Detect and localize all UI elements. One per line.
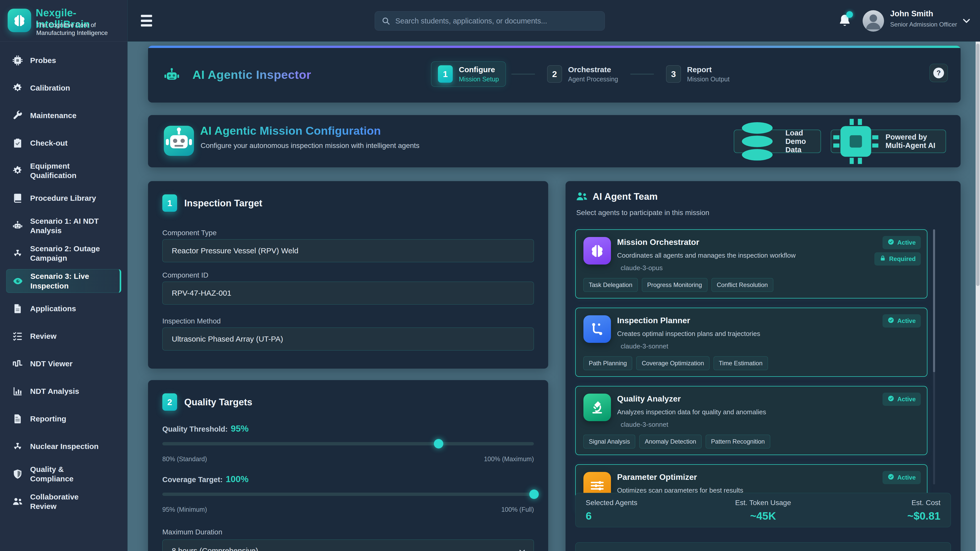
checklist-icon	[12, 331, 23, 341]
slider-label: Coverage Target:	[162, 475, 223, 484]
step-sublabel: Mission Setup	[459, 76, 499, 83]
user-name: John Smith	[890, 9, 933, 18]
shield-icon	[12, 468, 23, 479]
powered-by-button[interactable]: Powered by Multi-Agent AI	[831, 130, 946, 153]
avatar[interactable]	[862, 10, 884, 32]
agent-name: Quality Analyzer	[617, 394, 919, 403]
stat-selected-agents: Selected Agents 6	[586, 499, 704, 521]
agent-card-quality-analyzer[interactable]: Quality Analyzer Active Analyzes inspect…	[575, 386, 928, 455]
chevron-right-icon	[108, 443, 115, 450]
capability-tag-coverage-optimization: Coverage Optimization	[636, 356, 709, 370]
page-scrollbar[interactable]	[976, 41, 980, 551]
robot-tile-icon	[164, 126, 194, 156]
radiation-icon	[12, 248, 23, 259]
wizard-step-configure[interactable]: 1 Configure Mission Setup	[431, 62, 506, 87]
notifications-button[interactable]	[838, 13, 852, 29]
team-icon	[576, 190, 588, 203]
wizard-step-report[interactable]: 3 Report Mission Output	[659, 62, 736, 86]
mission-subtitle: Configure your autonomous inspection mis…	[200, 141, 420, 150]
wizard-step-orchestrate[interactable]: 2 Orchestrate Agent Processing	[541, 62, 625, 86]
sidebar-item-review[interactable]: Review	[6, 324, 121, 348]
help-button[interactable]: ?	[929, 64, 948, 82]
robot-icon	[12, 221, 23, 231]
stat-est-cost: Est. Cost ~$0.81	[822, 499, 940, 521]
inspection-method-select[interactable]: Ultrasonic Phased Array (UT-PA)	[162, 327, 534, 351]
sidebar-item-check-out[interactable]: Check-out	[6, 131, 121, 155]
stat-value: ~$0.81	[822, 510, 940, 522]
mission-title: AI Agentic Mission Configuration	[200, 124, 381, 138]
coverage-target-slider[interactable]	[162, 492, 534, 496]
component-id-input[interactable]	[162, 282, 534, 305]
agent-card-mission-orchestrator[interactable]: Mission Orchestrator ActiveRequired Coor…	[575, 229, 928, 299]
powered-by-label: Powered by Multi-Agent AI	[886, 133, 945, 150]
sidebar-item-collaborative-review[interactable]: Collaborative Review	[6, 490, 121, 513]
top-header: John Smith Senior Admission Officer	[127, 0, 980, 41]
search-input[interactable]	[395, 17, 598, 25]
duration-label: Maximum Duration	[162, 528, 222, 536]
agent-name: Inspection Planner	[617, 315, 919, 325]
stat-label: Est. Cost	[822, 499, 940, 507]
page-scrollbar-thumb[interactable]	[976, 44, 980, 286]
quality-threshold-slider[interactable]	[162, 442, 534, 445]
active-badge: Active	[883, 471, 921, 484]
sidebar-item-scenario-3-live-inspection[interactable]: Scenario 3: Live Inspection	[6, 269, 121, 293]
slider-thumb[interactable]	[529, 489, 539, 499]
next-section-partial	[575, 542, 951, 551]
chip-icon	[831, 117, 880, 166]
stat-value: ~45K	[704, 510, 822, 522]
chevron-down-icon	[518, 335, 526, 343]
active-badge: Active	[883, 392, 921, 406]
mission-stats: Selected Agents 6 Est. Token Usage ~45K …	[575, 493, 951, 527]
chevron-right-icon	[108, 388, 115, 395]
sidebar-item-scenario-1-ai-ndt-analysis[interactable]: Scenario 1: AI NDT Analysis	[6, 214, 121, 238]
sidebar-item-equipment-qualification[interactable]: Equipment Qualification	[6, 159, 121, 183]
sidebar-item-scenario-2-outage-campaign[interactable]: Scenario 2: Outage Campaign	[6, 241, 121, 265]
chevron-down-icon[interactable]	[962, 16, 971, 25]
gear-icon	[12, 165, 23, 176]
sidebar-item-ndt-viewer[interactable]: NDT Viewer	[6, 352, 121, 375]
sidebar-item-ndt-analysis[interactable]: NDT Analysis	[6, 380, 121, 403]
component-type-select[interactable]: Reactor Pressure Vessel (RPV) Weld	[162, 239, 534, 262]
step-number: 3	[666, 65, 681, 83]
notification-dot	[846, 11, 853, 18]
sidebar-item-applications[interactable]: Applications	[6, 297, 121, 321]
stat-value: 6	[586, 510, 704, 522]
sidebar-item-quality-compliance[interactable]: Quality & Compliance	[6, 462, 121, 486]
clipboard-check-icon	[12, 138, 23, 148]
load-demo-data-button[interactable]: Load Demo Data	[734, 130, 821, 153]
step-label: Configure	[459, 65, 499, 74]
chevron-down-icon	[518, 548, 526, 551]
capability-tag-task-delegation: Task Delegation	[584, 278, 638, 292]
hamburger-menu-icon[interactable]	[141, 15, 153, 27]
slider-value: 100%	[226, 474, 248, 484]
component-id-input-field[interactable]	[172, 289, 525, 297]
capability-tag-time-estimation: Time Estimation	[714, 356, 768, 370]
step-label: Orchestrate	[568, 65, 618, 74]
sidebar-item-maintenance[interactable]: Maintenance	[6, 104, 121, 127]
duration-value: 8 hours (Comprehensive)	[172, 546, 258, 551]
sidebar-item-probes[interactable]: Probes	[6, 49, 121, 72]
robot-icon	[163, 67, 180, 84]
agent-description: Coordinates all agents and manages the i…	[617, 251, 919, 259]
section-title: Quality Targets	[184, 397, 252, 408]
sidebar-item-nuclear-inspection[interactable]: Nuclear Inspection	[6, 435, 121, 458]
agent-model: claude-3-sonnet	[620, 421, 668, 429]
agent-list-scrollbar[interactable]	[933, 229, 935, 484]
wizard-header-card: AI Agentic Inspector 1 Configure Mission…	[148, 46, 961, 103]
step-number: 1	[438, 65, 453, 83]
step-sublabel: Agent Processing	[568, 76, 618, 83]
sidebar-item-calibration[interactable]: Calibration	[6, 76, 121, 100]
waveform-icon	[12, 359, 23, 369]
capability-tag-progress-monitoring: Progress Monitoring	[642, 278, 708, 292]
duration-select[interactable]: 8 hours (Comprehensive)	[162, 540, 534, 551]
person-icon	[862, 10, 884, 32]
sidebar-item-procedure-library[interactable]: Procedure Library	[6, 186, 121, 210]
agent-card-inspection-planner[interactable]: Inspection Planner Active Creates optima…	[575, 308, 928, 377]
question-icon: ?	[933, 68, 944, 78]
stat-label: Selected Agents	[586, 499, 704, 507]
sidebar-item-reporting[interactable]: Reporting	[6, 407, 121, 430]
mission-config-banner: AI Agentic Mission Configuration Configu…	[148, 115, 961, 167]
logo-block: Nexgile-IntelliBrain The Cognitive Core …	[0, 0, 127, 41]
agent-model: claude-3-opus	[620, 264, 663, 272]
slider-thumb[interactable]	[434, 439, 443, 448]
